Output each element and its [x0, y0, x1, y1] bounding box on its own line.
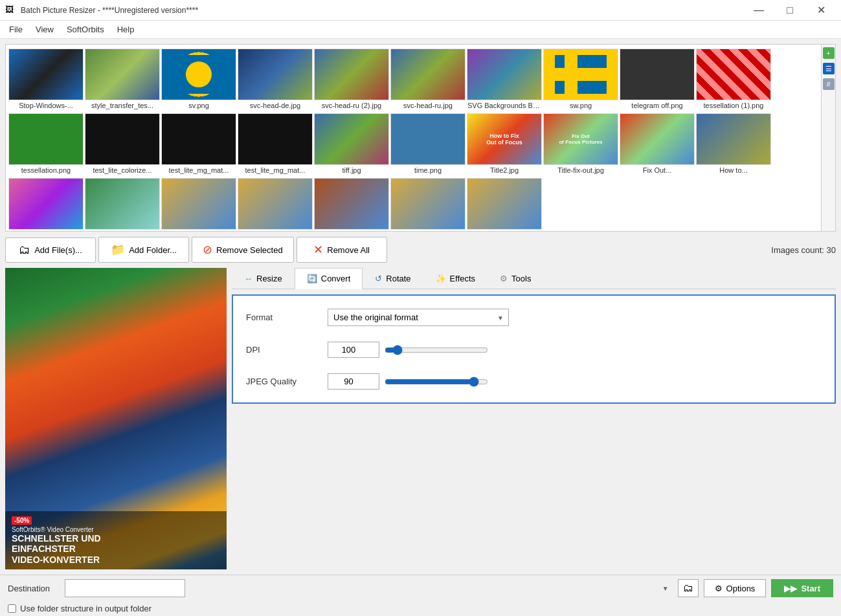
thumbnail-svg-bg[interactable]: SVG Backgrounds Background coll... — [467, 47, 542, 111]
thumbnail-tessellation1[interactable]: tessellation (1).png — [696, 47, 771, 111]
thumbnail-tessellation2[interactable]: tessellation.png — [8, 112, 84, 175]
preview-overlay: -50% SoftOrbits® Video Converter SCHNELL… — [5, 511, 227, 569]
thumbnail-label-tessellation2: tessellation.png — [21, 166, 71, 174]
thumbnail-beach5[interactable] — [467, 177, 542, 232]
thumbnail-beach1[interactable] — [161, 177, 236, 232]
thumbnail-image-test-mg1 — [161, 113, 236, 165]
thumbnail-label-test-mg1: test_lite_mg_mat... — [169, 166, 229, 174]
thumbnail-beach2[interactable] — [238, 177, 313, 232]
thumbnail-how-to[interactable]: How to... — [696, 112, 771, 175]
thumbnail-sv-png[interactable]: sv.png — [161, 47, 236, 111]
convert-panel: Format Use the original format JPEG PNG … — [232, 294, 836, 404]
thumbnail-convert[interactable]: Convert... — [8, 177, 84, 232]
thumbnail-sw-png[interactable]: sw.png — [543, 47, 618, 111]
thumbnail-telegram[interactable]: telegram off.png — [620, 47, 695, 111]
thumbnail-label-stop-win: Stop-Windows-... — [19, 102, 73, 109]
options-gear-icon: ⚙ — [715, 584, 723, 593]
folder-structure-label[interactable]: Use folder structure in output folder — [8, 604, 151, 613]
jpeg-quality-slider-container — [385, 375, 822, 388]
thumbnail-image-svc-head-ru2 — [314, 49, 389, 100]
add-files-label: Add File(s)... — [34, 245, 82, 255]
remove-all-button[interactable]: ✕ Remove All — [297, 237, 387, 263]
rotate-tab-icon: ↺ — [375, 274, 382, 283]
thumbnail-svc-head-ru2[interactable]: svc-head-ru (2).jpg — [314, 47, 389, 111]
remove-selected-label: Remove Selected — [216, 245, 283, 255]
jpeg-quality-label: JPEG Quality — [246, 377, 317, 386]
destination-input[interactable] — [65, 579, 185, 597]
convert-tab-label: Convert — [321, 274, 351, 283]
thumbnail-image-svg-bg — [467, 49, 542, 100]
resize-tab-label: Resize — [256, 274, 282, 283]
preview-panel: -50% SoftOrbits® Video Converter SCHNELL… — [5, 268, 227, 569]
start-button[interactable]: ▶▶ Start — [771, 579, 833, 597]
remove-selected-button[interactable]: ⊘ Remove Selected — [192, 237, 294, 263]
menu-softorbits[interactable]: SoftOrbits — [60, 22, 111, 37]
image-gallery[interactable]: Stop-Windows-...style_transfer_tes...sv.… — [5, 44, 822, 232]
dpi-input[interactable] — [328, 342, 379, 358]
thumbnail-title2[interactable]: How to FixOut of FocusTitle2.jpg — [467, 112, 542, 175]
jpeg-quality-input[interactable] — [328, 373, 379, 390]
toolbar: 🗂 Add File(s)... 📁 Add Folder... ⊘ Remov… — [0, 232, 841, 268]
thumbnail-svc-head-ru[interactable]: svc-head-ru.jpg — [390, 47, 465, 111]
folder-structure-checkbox[interactable] — [8, 604, 16, 613]
tab-convert[interactable]: 🔄 Convert — [295, 268, 363, 289]
thumbnail-label-style-transfer: style_transfer_tes... — [91, 102, 153, 109]
thumbnail-label-test-colorize: test_lite_colorize... — [93, 166, 151, 174]
gallery-add-btn[interactable]: + — [823, 47, 835, 59]
minimize-button[interactable]: — — [744, 0, 774, 21]
title-bar: 🖼 Batch Picture Resizer - ****Unregister… — [0, 0, 841, 21]
thumbnail-time[interactable]: time.png — [390, 112, 465, 175]
options-button[interactable]: ⚙ Options — [704, 579, 767, 597]
tab-tools[interactable]: ⚙ Tools — [488, 268, 543, 289]
thumbnail-image-beach2 — [238, 178, 313, 230]
format-select-wrapper: Use the original format JPEG PNG BMP TIF… — [328, 309, 509, 326]
gallery-list-btn[interactable]: ☰ — [823, 63, 835, 74]
dpi-control — [328, 342, 822, 358]
destination-wrapper — [65, 579, 673, 597]
thumbnail-image-style-transfer — [85, 49, 160, 100]
menu-view[interactable]: View — [29, 22, 60, 37]
folder-structure-text: Use folder structure in output folder — [20, 604, 151, 613]
window-title: Batch Picture Resizer - ****Unregistered… — [21, 6, 744, 15]
tab-resize[interactable]: ↔ Resize — [232, 268, 295, 289]
start-label: Start — [801, 584, 820, 593]
gallery-grid-btn[interactable]: # — [823, 78, 835, 90]
format-select[interactable]: Use the original format JPEG PNG BMP TIF… — [328, 309, 509, 326]
tab-rotate[interactable]: ↺ Rotate — [363, 268, 423, 289]
thumbnail-svc-head-de[interactable]: svc-head-de.jpg — [238, 47, 313, 111]
remove-all-label: Remove All — [327, 245, 370, 255]
destination-label: Destination — [8, 584, 60, 593]
thumbnail-image-beach4 — [390, 178, 465, 230]
thumbnail-tiff[interactable]: tiff.jpg — [314, 112, 389, 175]
menu-help[interactable]: Help — [111, 22, 141, 37]
thumbnail-test-colorize[interactable]: test_lite_colorize... — [85, 112, 160, 175]
thumbnail-stop-win[interactable]: Stop-Windows-... — [8, 47, 84, 111]
thumbnail-ocean1[interactable] — [85, 177, 160, 232]
menu-bar: File View SoftOrbits Help — [0, 21, 841, 39]
thumbnail-image-how-to — [696, 113, 771, 165]
close-button[interactable]: ✕ — [806, 0, 836, 21]
add-files-button[interactable]: 🗂 Add File(s)... — [5, 237, 96, 263]
remove-all-icon: ✕ — [313, 243, 323, 257]
footer-bar: Use folder structure in output folder — [0, 601, 841, 616]
options-label: Options — [726, 584, 756, 593]
thumbnail-test-mg1[interactable]: test_lite_mg_mat... — [161, 112, 236, 175]
thumbnail-beach4[interactable] — [390, 177, 465, 232]
thumbnail-label-svg-bg: SVG Backgrounds Background coll... — [467, 102, 541, 109]
maximize-button[interactable]: □ — [775, 0, 805, 21]
add-files-icon: 🗂 — [19, 243, 30, 257]
jpeg-quality-slider[interactable] — [385, 377, 488, 387]
rotate-tab-label: Rotate — [386, 274, 410, 283]
destination-folder-button[interactable]: 🗂 — [678, 579, 699, 597]
thumbnail-title-fix[interactable]: Fix Outof Focus PicturesTitle-fix-out.jp… — [543, 112, 618, 175]
dpi-slider[interactable] — [385, 345, 488, 355]
thumbnail-label-how-to: How to... — [719, 166, 747, 174]
menu-file[interactable]: File — [3, 22, 29, 37]
thumbnail-style-transfer[interactable]: style_transfer_tes... — [85, 47, 160, 111]
thumbnail-test-mg2[interactable]: test_lite_mg_mat... — [238, 112, 313, 175]
thumbnail-fix-out2[interactable]: Fix Out... — [620, 112, 695, 175]
add-folder-button[interactable]: 📁 Add Folder... — [98, 237, 189, 263]
tab-effects[interactable]: ✨ Effects — [423, 268, 488, 289]
thumbnail-beach3[interactable] — [314, 177, 389, 232]
app-icon: 🖼 — [5, 5, 17, 16]
